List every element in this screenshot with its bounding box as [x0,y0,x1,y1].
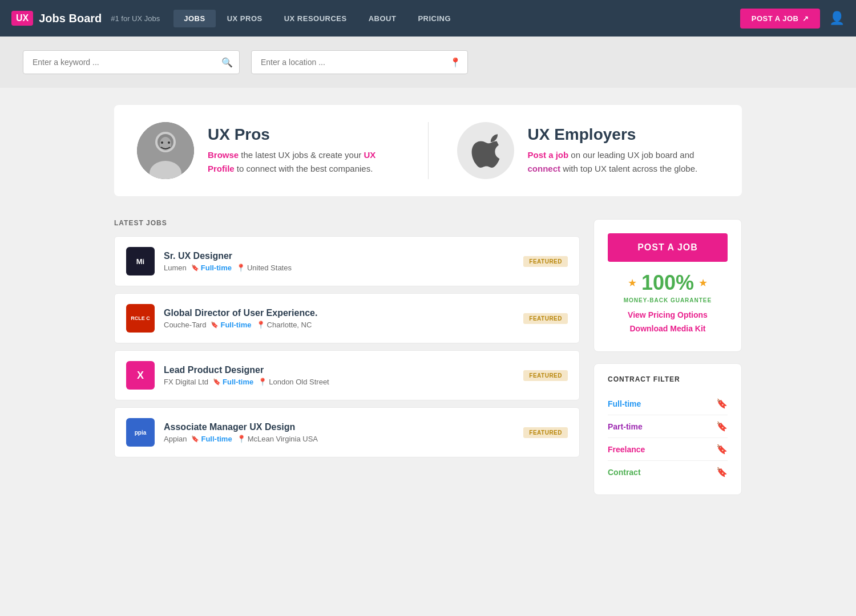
job-title: Sr. UX Designer [164,251,514,261]
ux-pros-heading: UX Pros [208,125,399,144]
employer-logo [457,122,514,179]
location-search-input[interactable] [251,50,468,74]
ux-employers-description: Post a job on our leading UX job board a… [528,148,720,176]
navbar-right: POST A JOB ↗ 👤 [740,9,845,29]
jobs-main: LATEST JOBS Mi Sr. UX Designer Lumen 🔖 F… [114,219,580,495]
nav-pricing[interactable]: PRICING [407,10,461,27]
job-info: Associate Manager UX Design Appian 🔖 Ful… [164,422,514,443]
filter-fulltime[interactable]: Full-time 🔖 [608,392,728,415]
job-logo-fx: X [126,361,155,390]
job-card[interactable]: Mi Sr. UX Designer Lumen 🔖 Full-time 📍 U… [114,236,580,286]
job-title: Global Director of User Experience. [164,308,514,318]
featured-badge: FEATURED [523,370,568,381]
promo-ux-employers: UX Employers Post a job on our leading U… [457,122,720,179]
job-meta: Appian 🔖 Full-time 📍 McLean Virginia USA [164,435,514,443]
filter-parttime[interactable]: Part-time 🔖 [608,415,728,438]
job-type: 🔖 Full-time [191,264,232,272]
bookmark-icon: 🔖 [191,264,199,271]
filter-label: Part-time [608,422,643,431]
job-title: Lead Product Designer [164,365,514,375]
promo-ux-pros: UX Pros Browse the latest UX jobs & crea… [137,122,399,179]
nav-ux-resources[interactable]: UX RESOURCES [274,10,357,27]
post-a-job-link[interactable]: Post a job [528,150,569,160]
bookmark-icon: 🔖 [716,398,728,409]
promo-divider [428,122,429,179]
guarantee-section: ★ 100% ★ [608,271,728,295]
connect-link[interactable]: connect [528,164,561,173]
guarantee-percentage: 100% [641,271,694,295]
jobs-sidebar: POST A JOB ★ 100% ★ MONEY-BACK GUARANTEE… [593,219,742,495]
job-company: Lumen [164,264,187,272]
sidebar-post-job-button[interactable]: POST A JOB [608,233,728,262]
job-card[interactable]: RCLE C Global Director of User Experienc… [114,293,580,343]
location-search-wrap: 📍 [251,50,468,74]
job-logo-couche: RCLE C [126,304,155,333]
job-type: 🔖 Full-time [211,321,251,329]
tagline: #1 for UX Jobs [111,14,160,23]
job-company: FX Digital Ltd [164,378,208,386]
job-type: 🔖 Full-time [191,435,232,443]
nav-about[interactable]: ABOUT [358,10,407,27]
svg-point-5 [161,141,163,144]
job-location: 📍 McLean Virginia USA [237,435,318,443]
brand-name: Jobs Board [39,12,102,25]
latest-jobs-title: LATEST JOBS [114,219,580,227]
star-icon-right: ★ [698,277,708,289]
bookmark-icon: 🔖 [716,444,728,455]
job-company: Appian [164,435,187,443]
nav-links: JOBS UX PROS UX RESOURCES ABOUT PRICING [173,10,740,27]
post-job-button[interactable]: POST A JOB ↗ [740,9,820,29]
svg-point-6 [168,141,170,144]
featured-badge: FEATURED [523,256,568,267]
filter-label: Full-time [608,399,641,408]
logo[interactable]: UX Jobs Board [11,11,102,26]
job-meta: FX Digital Ltd 🔖 Full-time 📍 London Old … [164,378,514,386]
nav-jobs[interactable]: JOBS [173,10,215,27]
filter-contract[interactable]: Contract 🔖 [608,461,728,483]
filter-label: Freelance [608,445,645,454]
ux-employers-text: UX Employers Post a job on our leading U… [528,125,720,176]
location-icon: 📍 [256,321,265,329]
bookmark-icon: 🔖 [213,378,221,386]
job-info: Sr. UX Designer Lumen 🔖 Full-time 📍 Unit… [164,251,514,272]
avatar-image [137,122,194,179]
promo-section: UX Pros Browse the latest UX jobs & crea… [114,105,742,196]
navbar: UX Jobs Board #1 for UX Jobs JOBS UX PRO… [0,0,856,37]
featured-badge: FEATURED [523,427,568,438]
search-button[interactable]: 🔍 [221,57,233,68]
job-logo-lumen: Mi [126,247,155,275]
main-content: UX Pros Browse the latest UX jobs & crea… [103,88,753,512]
ux-pros-description: Browse the latest UX jobs & create your … [208,148,399,176]
job-location: 📍 London Old Street [258,378,329,386]
location-icon: 📍 [258,378,267,386]
bookmark-icon: 🔖 [716,421,728,432]
bookmark-icon: 🔖 [716,467,728,477]
guarantee-label: MONEY-BACK GUARANTEE [608,297,728,303]
job-info: Global Director of User Experience. Couc… [164,308,514,329]
post-job-sidebar: POST A JOB ★ 100% ★ MONEY-BACK GUARANTEE… [593,219,742,352]
contract-filter: CONTRACT FILTER Full-time 🔖 Part-time 🔖 … [593,363,742,495]
contract-filter-title: CONTRACT FILTER [608,375,728,383]
location-icon: 📍 [236,264,245,272]
bookmark-icon: 🔖 [191,435,199,443]
view-pricing-link[interactable]: View Pricing Options [608,310,728,319]
external-link-icon: ↗ [802,14,809,23]
filter-freelance[interactable]: Freelance 🔖 [608,438,728,461]
user-account-icon[interactable]: 👤 [829,11,845,26]
ux-pros-avatar [137,122,194,179]
job-card[interactable]: ppia Associate Manager UX Design Appian … [114,407,580,457]
nav-ux-pros[interactable]: UX PROS [217,10,273,27]
download-media-kit-link[interactable]: Download Media Kit [608,324,728,333]
jobs-layout: LATEST JOBS Mi Sr. UX Designer Lumen 🔖 F… [114,219,742,495]
job-location: 📍 Charlotte, NC [256,321,312,329]
keyword-search-input[interactable] [23,50,240,74]
job-location: 📍 United States [236,264,292,272]
ux-employers-heading: UX Employers [528,125,720,144]
job-logo-appian: ppia [126,418,155,447]
job-info: Lead Product Designer FX Digital Ltd 🔖 F… [164,365,514,386]
job-card[interactable]: X Lead Product Designer FX Digital Ltd 🔖… [114,350,580,400]
browse-link[interactable]: Browse [208,150,239,160]
keyword-search-wrap: 🔍 [23,50,240,74]
ux-pros-text: UX Pros Browse the latest UX jobs & crea… [208,125,399,176]
job-title: Associate Manager UX Design [164,422,514,432]
